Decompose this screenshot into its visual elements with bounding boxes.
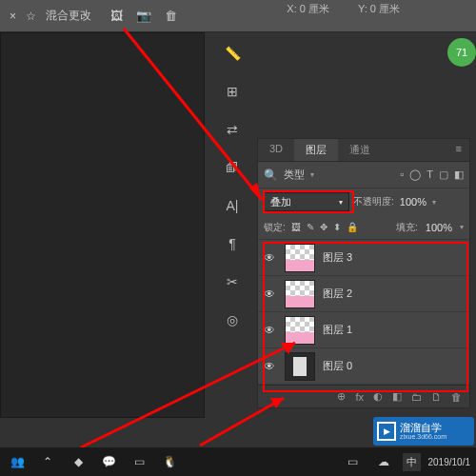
- layer-row[interactable]: 👁 图层 2: [258, 276, 469, 312]
- filter-adjust-icon[interactable]: ◯: [409, 169, 421, 181]
- chevron-down-icon[interactable]: ▾: [310, 170, 314, 179]
- text-tool-icon[interactable]: A|: [219, 194, 246, 217]
- filter-text-icon[interactable]: T: [426, 169, 433, 181]
- paragraph-icon[interactable]: ¶: [219, 232, 246, 255]
- taskbar-date[interactable]: 2019/10/1: [428, 457, 471, 467]
- ime-indicator[interactable]: 中: [403, 453, 421, 471]
- opacity-label: 不透明度:: [353, 195, 394, 208]
- grid-icon[interactable]: ⊞: [219, 80, 246, 103]
- lock-artboard-icon[interactable]: ⬍: [333, 222, 341, 232]
- chevron-down-icon[interactable]: ▾: [460, 223, 464, 231]
- layer-thumbnail[interactable]: [285, 280, 315, 308]
- tray-app-icon[interactable]: ◆: [67, 450, 89, 473]
- visibility-icon[interactable]: 👁: [262, 360, 277, 373]
- chevron-down-icon[interactable]: ▾: [432, 198, 436, 207]
- notification-badge[interactable]: 71: [447, 38, 476, 67]
- adjustment-icon[interactable]: ◧: [392, 390, 402, 403]
- panel-menu-icon[interactable]: ≡: [448, 139, 469, 161]
- layer-row[interactable]: 👁 图层 3: [258, 240, 469, 276]
- people-icon[interactable]: 👥: [6, 450, 29, 473]
- lock-pixels-icon[interactable]: 🖼: [291, 222, 301, 232]
- group-icon[interactable]: 🗀: [411, 391, 422, 403]
- favorite-icon[interactable]: ☆: [26, 10, 36, 23]
- visibility-icon[interactable]: 👁: [262, 251, 277, 265]
- scissors-icon[interactable]: ✂: [219, 270, 246, 293]
- filter-smart-icon[interactable]: ◧: [454, 169, 464, 181]
- opacity-value[interactable]: 100%: [400, 196, 426, 208]
- layer-row[interactable]: 👁 图层 1: [258, 312, 469, 348]
- delete-layer-icon[interactable]: 🗑: [451, 391, 462, 403]
- lock-label: 锁定:: [264, 221, 286, 234]
- search-icon[interactable]: 🔍: [264, 169, 278, 182]
- tray-cloud-icon[interactable]: ☁: [372, 450, 395, 473]
- lock-position-icon[interactable]: ✥: [320, 222, 327, 232]
- filter-shape-icon[interactable]: ▢: [439, 169, 448, 181]
- tray-qq-icon[interactable]: 🐧: [158, 450, 181, 473]
- layer-name[interactable]: 图层 2: [323, 287, 352, 301]
- tab-channels[interactable]: 通道: [338, 139, 382, 161]
- tab-layers[interactable]: 图层: [294, 139, 338, 161]
- canvas[interactable]: [0, 32, 205, 418]
- visibility-icon[interactable]: 👁: [262, 288, 277, 301]
- layers-panel: 3D 图层 通道 ≡ 🔍 类型 ▾ ▫ ◯ T ▢ ◧ 叠加▾ 不透明度: 10…: [257, 138, 470, 408]
- filter-pixel-icon[interactable]: ▫: [400, 169, 404, 181]
- close-icon[interactable]: ×: [10, 10, 16, 23]
- visibility-icon[interactable]: 👁: [262, 324, 277, 337]
- layer-name[interactable]: 图层 1: [323, 323, 352, 337]
- watermark: ▶ 溜溜自学 zixue.3d66.com: [373, 417, 474, 446]
- filter-type-label[interactable]: 类型: [284, 168, 305, 182]
- cc-icon[interactable]: ◎: [219, 308, 246, 331]
- tab-3d[interactable]: 3D: [258, 139, 294, 161]
- tray-battery-icon[interactable]: ▭: [128, 450, 150, 473]
- ruler-icon[interactable]: 📏: [219, 42, 246, 65]
- layer-thumbnail[interactable]: [285, 316, 315, 345]
- image-icon[interactable]: 🖼: [110, 9, 123, 23]
- blend-mode-select[interactable]: 叠加▾: [264, 192, 349, 211]
- fill-value[interactable]: 100%: [426, 222, 452, 233]
- layer-name[interactable]: 图层 3: [323, 250, 352, 265]
- new-layer-icon[interactable]: 🗋: [431, 391, 442, 403]
- lock-all-icon[interactable]: 🔒: [347, 222, 358, 232]
- fill-label: 填充:: [396, 221, 418, 234]
- layer-thumbnail[interactable]: [285, 244, 315, 272]
- vertical-toolbar: 📏 ⊞ ⇄ 🗊 A| ¶ ✂ ◎: [217, 32, 248, 331]
- layer-thumbnail[interactable]: [285, 352, 315, 381]
- tray-chat-icon[interactable]: 💬: [97, 450, 120, 473]
- doc-title: 混合更改: [46, 8, 91, 24]
- tray-chevron-icon[interactable]: ⌃: [36, 450, 59, 473]
- mask-icon[interactable]: ◐: [373, 390, 383, 403]
- swap-icon[interactable]: ⇄: [219, 118, 246, 141]
- tray-icon[interactable]: ▭: [342, 450, 365, 473]
- coordinates-display: X: 0 厘米 Y: 0 厘米: [287, 2, 400, 16]
- layer-row[interactable]: 👁 图层 0: [258, 348, 469, 385]
- camera-icon[interactable]: 📷: [136, 9, 151, 23]
- link-layers-icon[interactable]: ⊕: [337, 390, 346, 403]
- stamp-icon[interactable]: 🗊: [219, 156, 246, 179]
- layers-list: 👁 图层 3 👁 图层 2 👁 图层 1 👁 图层 0: [258, 240, 469, 385]
- play-icon: ▶: [377, 422, 396, 441]
- layer-name[interactable]: 图层 0: [323, 359, 352, 373]
- trash-icon[interactable]: 🗑: [165, 9, 177, 23]
- fx-icon[interactable]: fx: [355, 391, 364, 403]
- taskbar: 👥 ⌃ ◆ 💬 ▭ 🐧 ▭ ☁ 中 2019/10/1: [0, 447, 476, 476]
- lock-paint-icon[interactable]: ✎: [307, 222, 314, 232]
